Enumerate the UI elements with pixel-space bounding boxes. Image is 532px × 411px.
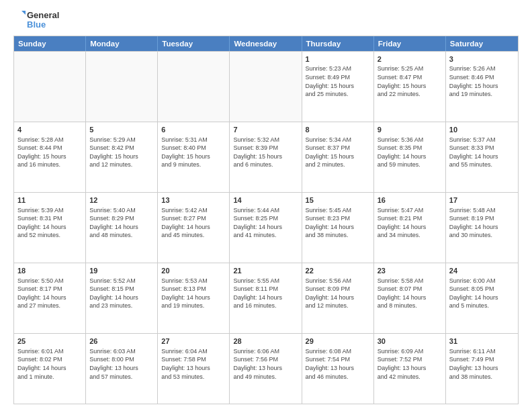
- calendar: SundayMondayTuesdayWednesdayThursdayFrid…: [13, 36, 519, 404]
- cal-header-cell: Sunday: [14, 36, 86, 51]
- day-number: 17: [449, 195, 515, 205]
- day-info: Sunrise: 5:45 AM Sunset: 8:23 PM Dayligh…: [306, 206, 370, 240]
- header: General Blue: [13, 11, 519, 30]
- day-info: Sunrise: 5:37 AM Sunset: 8:33 PM Dayligh…: [449, 136, 515, 169]
- day-number: 31: [449, 336, 515, 347]
- table-row: 29Sunrise: 6:08 AM Sunset: 7:54 PM Dayli…: [302, 334, 374, 404]
- svg-marker-0: [21, 11, 26, 15]
- calendar-row: 18Sunrise: 5:50 AM Sunset: 8:17 PM Dayli…: [14, 263, 518, 333]
- table-row: 19Sunrise: 5:52 AM Sunset: 8:15 PM Dayli…: [86, 263, 158, 333]
- day-number: 27: [161, 336, 226, 347]
- day-info: Sunrise: 6:08 AM Sunset: 7:54 PM Dayligh…: [306, 347, 370, 381]
- day-number: 16: [378, 195, 442, 205]
- day-number: 12: [89, 195, 154, 205]
- table-row: [86, 52, 158, 122]
- table-row: [230, 52, 302, 122]
- cal-header-cell: Monday: [86, 36, 158, 51]
- table-row: 10Sunrise: 5:37 AM Sunset: 8:33 PM Dayli…: [446, 122, 518, 192]
- day-number: 22: [306, 266, 370, 276]
- table-row: 7Sunrise: 5:32 AM Sunset: 8:39 PM Daylig…: [230, 122, 302, 192]
- day-info: Sunrise: 5:25 AM Sunset: 8:47 PM Dayligh…: [378, 64, 442, 98]
- day-number: 23: [378, 266, 442, 276]
- day-number: 4: [17, 125, 82, 135]
- cal-header-cell: Thursday: [302, 36, 374, 51]
- day-info: Sunrise: 5:53 AM Sunset: 8:13 PM Dayligh…: [161, 277, 226, 310]
- day-info: Sunrise: 5:31 AM Sunset: 8:40 PM Dayligh…: [161, 136, 226, 169]
- day-number: 25: [17, 336, 82, 347]
- table-row: 21Sunrise: 5:55 AM Sunset: 8:11 PM Dayli…: [230, 263, 302, 333]
- day-number: 3: [449, 54, 515, 64]
- day-number: 10: [449, 125, 515, 135]
- day-number: 15: [306, 195, 370, 205]
- day-number: 18: [17, 266, 82, 276]
- table-row: 26Sunrise: 6:03 AM Sunset: 8:00 PM Dayli…: [86, 334, 158, 404]
- day-number: 2: [378, 54, 442, 64]
- cal-header-cell: Friday: [374, 36, 446, 51]
- table-row: 9Sunrise: 5:36 AM Sunset: 8:35 PM Daylig…: [374, 122, 446, 192]
- table-row: 2Sunrise: 5:25 AM Sunset: 8:47 PM Daylig…: [374, 52, 446, 122]
- table-row: 24Sunrise: 6:00 AM Sunset: 8:05 PM Dayli…: [446, 263, 518, 333]
- calendar-body: 1Sunrise: 5:23 AM Sunset: 8:49 PM Daylig…: [14, 51, 518, 404]
- day-info: Sunrise: 5:36 AM Sunset: 8:35 PM Dayligh…: [378, 136, 442, 169]
- day-number: 19: [89, 266, 154, 276]
- logo-shape-icon: [13, 11, 26, 30]
- day-number: 5: [89, 125, 154, 135]
- day-info: Sunrise: 5:29 AM Sunset: 8:42 PM Dayligh…: [89, 136, 154, 169]
- day-info: Sunrise: 5:32 AM Sunset: 8:39 PM Dayligh…: [233, 136, 298, 169]
- day-number: 6: [161, 125, 226, 135]
- calendar-row: 1Sunrise: 5:23 AM Sunset: 8:49 PM Daylig…: [14, 51, 518, 122]
- calendar-row: 4Sunrise: 5:28 AM Sunset: 8:44 PM Daylig…: [14, 122, 518, 192]
- calendar-row: 25Sunrise: 6:01 AM Sunset: 8:02 PM Dayli…: [14, 333, 518, 404]
- day-info: Sunrise: 6:11 AM Sunset: 7:49 PM Dayligh…: [449, 347, 515, 381]
- day-info: Sunrise: 5:48 AM Sunset: 8:19 PM Dayligh…: [449, 206, 515, 240]
- table-row: 4Sunrise: 5:28 AM Sunset: 8:44 PM Daylig…: [14, 122, 86, 192]
- day-number: 30: [378, 336, 442, 347]
- day-number: 7: [233, 125, 298, 135]
- day-info: Sunrise: 6:00 AM Sunset: 8:05 PM Dayligh…: [449, 277, 515, 310]
- day-number: 9: [378, 125, 442, 135]
- day-number: 20: [161, 266, 226, 276]
- day-info: Sunrise: 5:42 AM Sunset: 8:27 PM Dayligh…: [161, 206, 226, 240]
- table-row: 31Sunrise: 6:11 AM Sunset: 7:49 PM Dayli…: [446, 334, 518, 404]
- logo: General Blue: [13, 11, 59, 30]
- day-info: Sunrise: 5:23 AM Sunset: 8:49 PM Dayligh…: [306, 64, 370, 98]
- table-row: 25Sunrise: 6:01 AM Sunset: 8:02 PM Dayli…: [14, 334, 86, 404]
- day-info: Sunrise: 5:55 AM Sunset: 8:11 PM Dayligh…: [233, 277, 298, 310]
- table-row: 11Sunrise: 5:39 AM Sunset: 8:31 PM Dayli…: [14, 193, 86, 263]
- table-row: 3Sunrise: 5:26 AM Sunset: 8:46 PM Daylig…: [446, 52, 518, 122]
- cal-header-cell: Tuesday: [158, 36, 230, 51]
- day-number: 8: [306, 125, 370, 135]
- day-number: 26: [89, 336, 154, 347]
- table-row: 16Sunrise: 5:47 AM Sunset: 8:21 PM Dayli…: [374, 193, 446, 263]
- table-row: 13Sunrise: 5:42 AM Sunset: 8:27 PM Dayli…: [158, 193, 230, 263]
- day-number: 11: [17, 195, 82, 205]
- table-row: 1Sunrise: 5:23 AM Sunset: 8:49 PM Daylig…: [302, 52, 374, 122]
- day-info: Sunrise: 5:39 AM Sunset: 8:31 PM Dayligh…: [17, 206, 82, 240]
- table-row: 20Sunrise: 5:53 AM Sunset: 8:13 PM Dayli…: [158, 263, 230, 333]
- day-number: 21: [233, 266, 298, 276]
- table-row: 23Sunrise: 5:58 AM Sunset: 8:07 PM Dayli…: [374, 263, 446, 333]
- cal-header-cell: Saturday: [446, 36, 518, 51]
- table-row: 18Sunrise: 5:50 AM Sunset: 8:17 PM Dayli…: [14, 263, 86, 333]
- table-row: [158, 52, 230, 122]
- day-number: 29: [306, 336, 370, 347]
- cal-header-cell: Wednesday: [230, 36, 302, 51]
- day-info: Sunrise: 6:03 AM Sunset: 8:00 PM Dayligh…: [89, 347, 154, 381]
- day-number: 13: [161, 195, 226, 205]
- page: General Blue SundayMondayTuesdayWednesda…: [0, 0, 532, 411]
- calendar-row: 11Sunrise: 5:39 AM Sunset: 8:31 PM Dayli…: [14, 192, 518, 263]
- table-row: 6Sunrise: 5:31 AM Sunset: 8:40 PM Daylig…: [158, 122, 230, 192]
- table-row: 28Sunrise: 6:06 AM Sunset: 7:56 PM Dayli…: [230, 334, 302, 404]
- day-number: 14: [233, 195, 298, 205]
- day-info: Sunrise: 5:40 AM Sunset: 8:29 PM Dayligh…: [89, 206, 154, 240]
- day-info: Sunrise: 6:09 AM Sunset: 7:52 PM Dayligh…: [378, 347, 442, 381]
- table-row: 27Sunrise: 6:04 AM Sunset: 7:58 PM Dayli…: [158, 334, 230, 404]
- table-row: 8Sunrise: 5:34 AM Sunset: 8:37 PM Daylig…: [302, 122, 374, 192]
- day-info: Sunrise: 5:28 AM Sunset: 8:44 PM Dayligh…: [17, 136, 82, 169]
- table-row: 5Sunrise: 5:29 AM Sunset: 8:42 PM Daylig…: [86, 122, 158, 192]
- table-row: 30Sunrise: 6:09 AM Sunset: 7:52 PM Dayli…: [374, 334, 446, 404]
- table-row: 22Sunrise: 5:56 AM Sunset: 8:09 PM Dayli…: [302, 263, 374, 333]
- day-info: Sunrise: 5:44 AM Sunset: 8:25 PM Dayligh…: [233, 206, 298, 240]
- table-row: 14Sunrise: 5:44 AM Sunset: 8:25 PM Dayli…: [230, 193, 302, 263]
- table-row: 17Sunrise: 5:48 AM Sunset: 8:19 PM Dayli…: [446, 193, 518, 263]
